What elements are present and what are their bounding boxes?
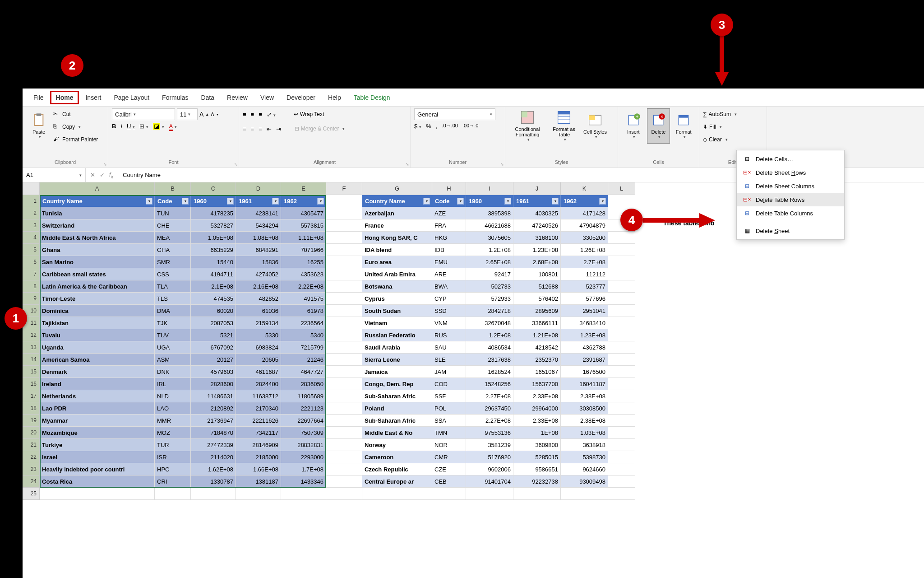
table1-cell[interactable]: 28146909 [236,439,281,451]
table2-cell[interactable]: Jamaica [362,366,432,378]
menu-delete-sheet-rows[interactable]: ⊟×Delete Sheet Rows [737,166,844,179]
table1-cell[interactable]: 15440 [191,256,236,268]
table1-cell[interactable]: GHA [155,244,191,256]
table1-cell[interactable]: 2170340 [236,402,281,415]
table1-cell[interactable]: NLD [155,390,191,402]
table2-cell[interactable]: 92232738 [513,475,561,488]
table1-cell[interactable]: 21246 [281,354,326,366]
table1-cell[interactable]: Switzerland [40,219,155,232]
table1-cell[interactable]: IRL [155,378,191,390]
table2-cell[interactable]: 1.21E+08 [513,329,561,341]
cell-blank[interactable] [326,341,362,354]
table2-cell[interactable]: 4171428 [561,207,608,219]
borders-button[interactable]: ⊞▾ [139,123,148,130]
table2-cell[interactable]: 100801 [513,268,561,280]
cell-blank[interactable] [608,366,635,378]
table2-cell[interactable]: 4086534 [466,341,513,354]
empty-cell[interactable] [236,488,281,500]
table2-cell[interactable]: NOR [432,439,466,451]
table1-cell[interactable]: Tuvalu [40,329,155,341]
table1-cell[interactable]: 7184870 [191,427,236,439]
table1-cell[interactable]: CSS [155,268,191,280]
name-box[interactable]: A1▾ [23,168,86,182]
table1-cell[interactable]: 1.66E+08 [236,463,281,475]
table1-cell[interactable]: 5340 [281,329,326,341]
table2-cell[interactable]: CEB [432,475,466,488]
table2-cell[interactable]: Cyprus [362,293,432,305]
table2-cell[interactable]: SAU [432,341,466,354]
cell-blank[interactable] [608,378,635,390]
cell-blank[interactable] [608,195,635,207]
align-middle-button[interactable]: ≡ [251,111,254,118]
table1-cell[interactable]: Tunisia [40,207,155,219]
table1-cell[interactable]: 2087053 [191,317,236,329]
table1-header-2[interactable]: 1960▾ [191,195,236,207]
col-header-J[interactable]: J [513,182,561,195]
tab-developer[interactable]: Developer [280,90,322,105]
table2-cell[interactable]: Saudi Arabia [362,341,432,354]
table1-cell[interactable]: 2836050 [281,378,326,390]
cell-blank[interactable] [326,195,362,207]
merge-center-button[interactable]: ⊟Merge & Center▾ [295,123,345,135]
table1-cell[interactable]: SMR [155,256,191,268]
underline-button[interactable]: U▾ [127,123,135,130]
table1-cell[interactable]: Latin America & the Caribbean [40,280,155,293]
cell-blank[interactable] [326,268,362,280]
number-format-select[interactable]: General▾ [414,108,495,120]
tab-file[interactable]: File [27,90,50,105]
table2-cell[interactable]: 92417 [466,268,513,280]
table2-cell[interactable]: Russian Federatio [362,329,432,341]
table2-cell[interactable]: 32670048 [466,317,513,329]
table2-cell[interactable]: BWA [432,280,466,293]
cell-blank[interactable] [326,390,362,402]
table1-cell[interactable]: 5330 [236,329,281,341]
table1-header-1[interactable]: Code▾ [155,195,191,207]
filter-icon[interactable]: ▾ [599,198,606,205]
table1-cell[interactable]: 6635229 [191,244,236,256]
table2-cell[interactable]: 2.7E+08 [561,256,608,268]
cell-blank[interactable] [608,293,635,305]
align-left-button[interactable]: ≡ [243,126,246,132]
table1-cell[interactable]: 1.7E+08 [281,463,326,475]
table2-cell[interactable]: 16041187 [561,378,608,390]
insert-cells-button[interactable]: +Insert▾ [622,108,645,144]
table2-cell[interactable]: 30308500 [561,402,608,415]
table2-cell[interactable]: 2895609 [513,305,561,317]
table2-header-2[interactable]: 1960▾ [466,195,513,207]
table1-cell[interactable]: 1.11E+08 [281,232,326,244]
cell-blank[interactable] [608,415,635,427]
comma-button[interactable]: , [436,123,438,130]
filter-icon[interactable]: ▾ [146,198,152,205]
table2-cell[interactable]: VNM [432,317,466,329]
row-header-18[interactable]: 18 [23,402,40,415]
table1-header-3[interactable]: 1961▾ [236,195,281,207]
tab-review[interactable]: Review [221,90,254,105]
table2-cell[interactable]: 1.2E+08 [466,329,513,341]
table1-cell[interactable]: 2236564 [281,317,326,329]
table1-cell[interactable]: 4238141 [236,207,281,219]
table2-cell[interactable]: 5176920 [466,451,513,463]
row-header-5[interactable]: 5 [23,244,40,256]
table1-cell[interactable]: MEA [155,232,191,244]
table2-cell[interactable]: Norway [362,439,432,451]
col-header-E[interactable]: E [281,182,326,195]
indent-increase-button[interactable]: ⇥ [276,126,281,132]
table2-cell[interactable]: Czech Republic [362,463,432,475]
format-cells-button[interactable]: Format▾ [672,108,695,144]
table1-cell[interactable]: 7342117 [236,427,281,439]
empty-cell[interactable] [466,488,513,500]
alignment-dialog-launcher[interactable]: ⤡ [406,162,409,167]
col-header-G[interactable]: G [362,182,432,195]
table2-cell[interactable]: 2.33E+08 [513,415,561,427]
table2-cell[interactable]: Euro area [362,256,432,268]
cell-blank[interactable] [608,475,635,488]
row-header-3[interactable]: 3 [23,219,40,232]
col-header-H[interactable]: H [432,182,466,195]
align-top-button[interactable]: ≡ [243,111,246,118]
table1-cell[interactable]: 61036 [236,305,281,317]
table1-cell[interactable]: 5434294 [236,219,281,232]
cell-blank[interactable] [608,451,635,463]
table1-cell[interactable]: Lao PDR [40,402,155,415]
table1-header-4[interactable]: 1962▾ [281,195,326,207]
table2-cell[interactable]: 3895398 [466,207,513,219]
